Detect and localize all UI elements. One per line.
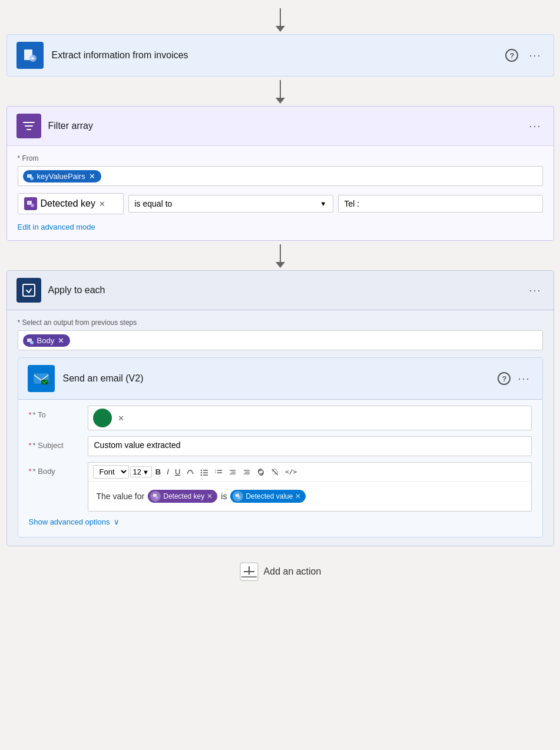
condition-field-remove[interactable]: ✕: [99, 200, 105, 208]
arrow-2: [276, 80, 285, 104]
email-icon: [28, 365, 55, 392]
from-field[interactable]: keyValuePairs ✕: [18, 166, 543, 186]
body-token-remove[interactable]: ✕: [58, 336, 64, 345]
email-body-editor[interactable]: Font 12 ▼ B I U: [88, 462, 532, 512]
svg-point-13: [201, 472, 202, 473]
svg-point-8: [30, 341, 34, 344]
svg-rect-4: [27, 201, 32, 205]
detected-key-label: Detected key: [41, 198, 95, 209]
body-token-icon: [26, 336, 34, 345]
kv-token-icon: [26, 172, 34, 181]
extract-help-icon[interactable]: ?: [505, 49, 518, 62]
indent-increase-button[interactable]: [240, 466, 253, 478]
apply-body: * Select an output from previous steps B…: [7, 310, 554, 546]
email-help-icon[interactable]: ?: [498, 372, 511, 385]
body-token-field[interactable]: Body ✕: [18, 330, 543, 350]
from-label: * From: [18, 154, 543, 162]
svg-point-5: [31, 204, 34, 207]
extract-title: Extract information from invoices: [52, 50, 506, 61]
to-label: ** To: [29, 406, 88, 419]
filter-title: Filter array: [48, 121, 527, 131]
underline-button[interactable]: U: [173, 466, 183, 477]
body-token: Body ✕: [23, 334, 71, 347]
svg-text:2.: 2.: [215, 471, 217, 474]
body-label: ** Body: [29, 462, 88, 476]
select-output-label: * Select an output from previous steps: [18, 318, 543, 327]
font-size-caret: ▼: [143, 469, 149, 476]
kv-token-remove[interactable]: ✕: [89, 172, 95, 181]
bullet-list-button[interactable]: [198, 466, 211, 478]
numbered-list-button[interactable]: 1.2.: [212, 466, 225, 478]
font-size-control[interactable]: 12 ▼: [130, 466, 152, 477]
to-remove[interactable]: ✕: [118, 414, 124, 423]
body-is-text: is: [221, 492, 227, 501]
kv-token: keyValuePairs ✕: [23, 170, 101, 182]
filter-icon: [16, 114, 41, 138]
subject-label: ** Subject: [29, 436, 88, 450]
apply-icon: [16, 278, 41, 303]
to-avatar: [93, 409, 112, 427]
font-select[interactable]: Font: [93, 465, 129, 479]
svg-point-29: [155, 496, 158, 499]
body-text: The value for: [97, 492, 145, 501]
unlink-button[interactable]: [269, 466, 281, 478]
filter-body: * From keyValuePairs ✕: [7, 146, 554, 240]
to-row: ** To ✕: [29, 406, 532, 430]
indent-decrease-button[interactable]: [226, 466, 239, 478]
extract-card: Extract information from invoices ? ···: [6, 34, 554, 77]
apply-header: Apply to each ···: [7, 271, 554, 310]
chevron-down-icon: ∨: [114, 517, 120, 526]
svg-point-31: [238, 496, 241, 499]
email-title: Send an email (V2): [63, 373, 498, 384]
add-action-label: Add an action: [264, 566, 322, 577]
extract-more-button[interactable]: ···: [526, 48, 544, 63]
highlight-button[interactable]: [184, 466, 197, 478]
svg-point-3: [30, 177, 34, 180]
add-action-icon: [239, 562, 259, 582]
body-detected-value-token: Detected value ✕: [230, 490, 306, 503]
subject-field[interactable]: Custom value extracted: [88, 436, 532, 456]
condition-op[interactable]: is equal to ▼: [128, 195, 333, 213]
filter-header: Filter array ···: [7, 107, 554, 146]
body-detected-key-token: Detected key ✕: [148, 490, 217, 503]
detected-key-token-icon: [150, 491, 161, 502]
email-toolbar: Font 12 ▼ B I U: [88, 463, 531, 482]
email-card: Send an email (V2) ? ··· ** To ✕: [18, 357, 543, 537]
svg-point-15: [201, 474, 202, 476]
op-dropdown-icon: ▼: [320, 200, 327, 207]
subject-row: ** Subject Custom value extracted: [29, 436, 532, 456]
extract-actions: ? ···: [505, 48, 544, 63]
condition-field[interactable]: Detected key ✕: [18, 193, 124, 214]
arrow-1: [276, 8, 285, 32]
condition-value[interactable]: Tel :: [338, 195, 543, 213]
condition-row: Detected key ✕ is equal to ▼ Tel :: [18, 193, 543, 214]
email-header: Send an email (V2) ? ···: [18, 358, 542, 399]
to-field[interactable]: ✕: [88, 406, 532, 430]
italic-button[interactable]: I: [164, 466, 171, 477]
email-body: ** To ✕ ** Subject Custom value extracte…: [18, 399, 542, 537]
email-more-button[interactable]: ···: [515, 371, 532, 386]
email-body-content[interactable]: The value for Detected key: [88, 482, 531, 511]
apply-card: Apply to each ··· * Select an output fro…: [6, 270, 554, 546]
arrow-3: [276, 244, 285, 268]
body-row: ** Body Font 12 ▼: [29, 462, 532, 512]
detected-value-token-icon: [233, 491, 243, 502]
svg-rect-6: [23, 284, 35, 296]
svg-point-11: [201, 470, 202, 471]
filter-more-button[interactable]: ···: [526, 119, 544, 134]
body-token2-remove[interactable]: ✕: [295, 492, 301, 500]
edit-advanced-link[interactable]: Edit in advanced mode: [18, 223, 95, 231]
apply-title: Apply to each: [48, 285, 527, 296]
body-token1-remove[interactable]: ✕: [207, 492, 213, 500]
add-action-button[interactable]: Add an action: [239, 562, 322, 582]
extract-icon: [16, 42, 44, 69]
detected-key-icon: [24, 197, 37, 210]
bold-button[interactable]: B: [153, 466, 163, 477]
link-button[interactable]: [254, 466, 267, 478]
apply-more-button[interactable]: ···: [526, 283, 544, 298]
show-advanced-button[interactable]: Show advanced options ∨: [29, 517, 532, 526]
filter-card: Filter array ··· * From keyValuePai: [6, 106, 554, 241]
code-button[interactable]: </>: [283, 467, 299, 477]
